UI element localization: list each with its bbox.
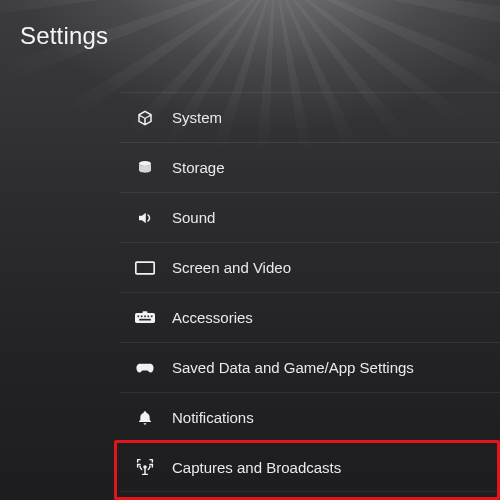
- keyboard-icon: [132, 308, 158, 328]
- broadcast-icon: [132, 457, 158, 477]
- svg-rect-4: [141, 315, 143, 317]
- svg-rect-6: [148, 315, 150, 317]
- settings-menu: System Storage Sound Screen and Video: [120, 92, 500, 492]
- menu-item-label: Saved Data and Game/App Settings: [172, 359, 414, 376]
- menu-item-label: Storage: [172, 159, 225, 176]
- menu-item-accessories[interactable]: Accessories: [120, 292, 500, 342]
- svg-rect-3: [138, 315, 140, 317]
- cube-icon: [132, 108, 158, 128]
- menu-item-sound[interactable]: Sound: [120, 192, 500, 242]
- menu-item-label: System: [172, 109, 222, 126]
- controller-icon: [132, 358, 158, 378]
- svg-rect-2: [135, 313, 155, 323]
- menu-item-label: Screen and Video: [172, 259, 291, 276]
- bell-icon: [132, 408, 158, 428]
- page-title: Settings: [20, 22, 108, 50]
- storage-icon: [132, 158, 158, 178]
- menu-item-storage[interactable]: Storage: [120, 142, 500, 192]
- menu-item-saved-data[interactable]: Saved Data and Game/App Settings: [120, 342, 500, 392]
- menu-item-system[interactable]: System: [120, 92, 500, 142]
- svg-rect-1: [136, 262, 154, 274]
- menu-item-label: Sound: [172, 209, 215, 226]
- menu-item-label: Captures and Broadcasts: [172, 459, 341, 476]
- display-icon: [132, 258, 158, 278]
- menu-item-captures-broadcasts[interactable]: Captures and Broadcasts: [120, 442, 500, 492]
- svg-rect-8: [139, 318, 151, 320]
- svg-rect-7: [151, 315, 153, 317]
- volume-icon: [132, 208, 158, 228]
- svg-rect-5: [144, 315, 146, 317]
- menu-item-screen-video[interactable]: Screen and Video: [120, 242, 500, 292]
- menu-item-label: Notifications: [172, 409, 254, 426]
- svg-point-0: [139, 161, 151, 166]
- menu-item-label: Accessories: [172, 309, 253, 326]
- menu-item-notifications[interactable]: Notifications: [120, 392, 500, 442]
- svg-rect-9: [143, 311, 148, 313]
